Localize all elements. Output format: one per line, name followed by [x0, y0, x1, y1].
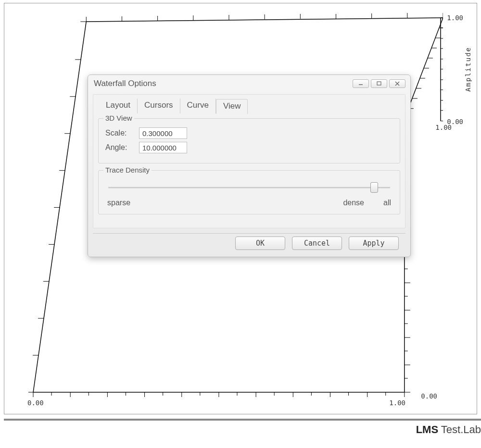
maximize-icon [376, 81, 382, 86]
density-mid-label: dense [343, 199, 364, 207]
dialog-title: Waterfall Options [94, 79, 156, 88]
scale-input[interactable] [139, 127, 187, 139]
tab-cursors[interactable]: Cursors [138, 99, 180, 113]
x-max-label: 1.00 [389, 399, 405, 407]
angle-input[interactable] [139, 142, 187, 153]
density-max-label: all [383, 199, 391, 207]
slider-track [108, 187, 390, 188]
maximize-button[interactable] [371, 79, 387, 88]
tab-layout[interactable]: Layout [99, 99, 138, 113]
apply-button[interactable]: Apply [349, 236, 399, 250]
y-max-label: 1.00 [447, 14, 463, 22]
footer-brand: LMS Test.Lab [4, 419, 481, 436]
group-3d-view-legend: 3D View [103, 114, 134, 122]
group-3d-view: 3D View Scale: Angle: [98, 118, 400, 163]
close-button[interactable] [389, 79, 405, 88]
y-min-label: 0.00 [447, 118, 463, 125]
density-slider[interactable] [108, 181, 390, 198]
close-icon [394, 81, 400, 86]
cancel-button[interactable]: Cancel [292, 236, 342, 250]
density-min-label: sparse [107, 199, 130, 207]
tab-view[interactable]: View [216, 99, 248, 114]
footer-brand-rest: Test.Lab [438, 423, 481, 436]
tab-bar: Layout Cursors Curve View [98, 99, 400, 113]
dialog-titlebar[interactable]: Waterfall Options [88, 75, 410, 91]
svg-rect-91 [377, 82, 381, 85]
x-min-label: 0.00 [27, 399, 44, 407]
angle-label: Angle: [105, 143, 132, 152]
group-trace-density: Trace Density sparse dense all [98, 170, 400, 214]
minimize-icon [358, 81, 364, 86]
tab-curve[interactable]: Curve [180, 99, 216, 113]
footer-brand-bold: LMS [416, 423, 438, 436]
ok-button[interactable]: OK [235, 236, 285, 250]
svg-line-3 [33, 22, 86, 392]
slider-thumb[interactable] [370, 182, 378, 193]
group-trace-density-legend: Trace Density [103, 166, 152, 174]
scale-label: Scale: [105, 129, 132, 137]
y-axis-label: Amplitude [464, 47, 472, 92]
waterfall-options-dialog: Waterfall Options Layout Cursors Curve V… [88, 75, 411, 257]
minimize-button[interactable] [353, 79, 369, 88]
z-min-label: 0.00 [421, 392, 437, 400]
